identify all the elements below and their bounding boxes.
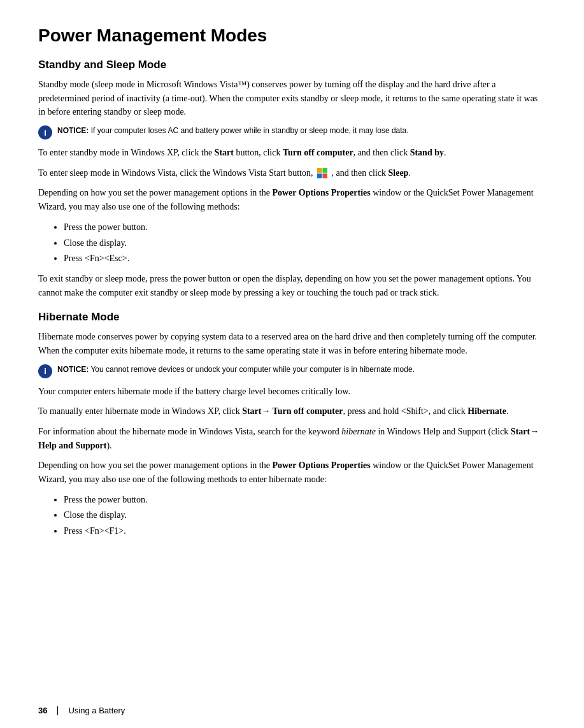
section-heading-standby: Standby and Sleep Mode [38,59,546,71]
hibernate-list: Press the power button. Close the displa… [64,493,546,538]
notice-text-hibernate: NOTICE: You cannot remove devices or und… [57,364,546,375]
standby-para-4: Depending on how you set the power manag… [38,186,546,213]
standby-para-3: To enter sleep mode in Windows Vista, cl… [38,166,546,180]
italic-hibernate: hibernate [341,427,376,436]
notice-label-standby: NOTICE: [57,126,89,135]
standby-para-2: To enter standby mode in Windows XP, cli… [38,146,546,160]
windows-start-icon [317,168,328,179]
standby-para-1: Standby mode (sleep mode in Microsoft Wi… [38,78,546,119]
list-item: Press <Fn><Esc>. [64,252,546,266]
bold-start: Start [215,148,234,157]
section-heading-hibernate: Hibernate Mode [38,311,546,324]
bold-start-help: Start→ Help and Support [38,427,539,450]
svg-rect-2 [317,173,322,178]
page-footer: 36 Using a Battery [0,706,584,715]
list-item: Press the power button. [64,493,546,507]
hibernate-para-4: For information about the hibernate mode… [38,425,546,452]
bold-standby: Stand by [410,148,444,157]
standby-final-para: To exit standby or sleep mode, press the… [38,272,546,299]
notice-icon-standby: i [38,125,52,139]
notice-label-hibernate: NOTICE: [57,365,89,374]
bold-start-arrow: Start→ Turn off computer [242,406,343,416]
hibernate-para-3: To manually enter hibernate mode in Wind… [38,404,546,418]
svg-rect-1 [322,168,327,173]
notice-body-hibernate: You cannot remove devices or undock your… [90,365,415,374]
bold-sleep: Sleep [388,168,409,178]
page-title: Power Management Modes [38,25,546,46]
bold-turnoff: Turn off computer [283,148,353,157]
list-item: Close the display. [64,236,546,250]
svg-rect-0 [317,168,322,173]
footer-separator [57,706,58,715]
hibernate-para-5: Depending on how you set the power manag… [38,459,546,486]
list-item: Close the display. [64,508,546,522]
standby-list: Press the power button. Close the displa… [64,220,546,266]
footer-page-number: 36 [38,706,47,715]
bold-hibernate: Hibernate [467,406,506,416]
notice-icon-hibernate: i [38,364,52,378]
bold-power-opts-1: Power Options Properties [272,188,370,197]
notice-content-standby: If your computer loses AC and battery po… [91,126,409,135]
hibernate-para-2: Your computer enters hibernate mode if t… [38,385,546,399]
hibernate-para-1: Hibernate mode conserves power by copyin… [38,330,546,357]
list-item: Press <Fn><F1>. [64,524,546,538]
bold-power-opts-2: Power Options Properties [272,460,370,470]
notice-text-standby: NOTICE: If your computer loses AC and ba… [57,125,546,136]
footer-text: Using a Battery [68,706,125,715]
notice-hibernate: i NOTICE: You cannot remove devices or u… [38,364,546,378]
notice-standby: i NOTICE: If your computer loses AC and … [38,125,546,139]
list-item: Press the power button. [64,220,546,234]
svg-rect-3 [322,173,327,178]
